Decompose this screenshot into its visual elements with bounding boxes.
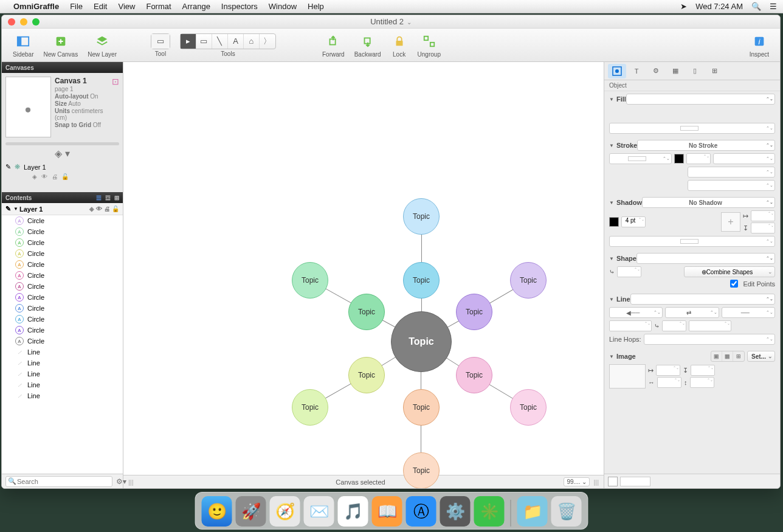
line-end-size[interactable] [689, 320, 731, 331]
shadow-blur-input[interactable]: 4 pt [621, 216, 646, 227]
dock-trash[interactable]: 🗑️ [551, 496, 582, 527]
shadow-opacity-select[interactable] [609, 236, 775, 247]
new-layer-button[interactable]: New Layer [88, 33, 117, 58]
content-item[interactable]: ACircle [2, 281, 123, 292]
layer-row[interactable]: ✎ ❋ Layer 1 [2, 161, 123, 173]
style-swatch[interactable] [608, 477, 618, 486]
stroke-corner-select[interactable] [688, 167, 776, 178]
topic-node[interactable]: Topic [403, 198, 440, 235]
stroke-dash-select[interactable] [713, 153, 776, 164]
line-hops-select[interactable] [644, 334, 775, 345]
topic-node[interactable]: Topic [403, 262, 440, 299]
content-item[interactable]: ACircle [2, 325, 123, 336]
dock-finder[interactable]: 🙂 [202, 496, 232, 527]
line-type-select[interactable] [630, 294, 775, 305]
image-y[interactable] [691, 365, 715, 376]
shadow-type-select[interactable]: No Shadow [642, 197, 775, 208]
menu-inspectors[interactable]: Inspectors [221, 2, 258, 11]
image-set-button[interactable]: Set... [747, 351, 775, 362]
stroke-cap-select[interactable] [688, 180, 776, 191]
search-input[interactable] [5, 476, 112, 487]
crop-icon[interactable]: ⊡ [112, 77, 119, 137]
window-title[interactable]: Untitled 2 ⌄ [2, 17, 780, 26]
stencils-tab[interactable]: ⊞ [705, 64, 723, 78]
fill-color-select[interactable] [609, 123, 775, 134]
canvas-tab[interactable]: ▦ [666, 64, 685, 78]
dock-itunes[interactable]: 🎵 [338, 496, 368, 527]
line-end-select[interactable]: ── [722, 307, 775, 318]
backward-button[interactable]: Backward [354, 33, 381, 58]
content-item[interactable]: ACircle [2, 270, 123, 281]
content-item[interactable]: ACircle [2, 259, 123, 270]
content-item[interactable]: ACircle [2, 314, 123, 325]
edit-points-checkbox[interactable] [730, 280, 738, 288]
cursor-icon[interactable]: ➤ [680, 2, 687, 11]
topic-node[interactable]: Topic [348, 357, 385, 393]
shadow-x-input[interactable] [751, 210, 775, 221]
menu-arrange[interactable]: Arrange [182, 2, 210, 11]
image-x[interactable] [656, 365, 680, 376]
stroke-color-select[interactable] [609, 153, 672, 164]
stroke-type-select[interactable]: No Stroke [637, 140, 775, 151]
line-start-select[interactable]: ◀── [609, 307, 663, 318]
content-item[interactable]: ⟋Line [2, 368, 123, 379]
menu-edit[interactable]: Edit [94, 2, 107, 11]
image-h[interactable] [690, 377, 714, 388]
center-node[interactable]: Topic [391, 311, 452, 372]
topic-node[interactable]: Topic [510, 389, 547, 426]
content-item[interactable]: ACircle [2, 292, 123, 303]
contents-layer-header[interactable]: ✎ ▼ Layer 1 ◈👁🖨🔓 [2, 203, 123, 215]
fill-type-select[interactable] [626, 94, 775, 105]
canvas-scrollbar[interactable] [5, 142, 119, 145]
content-item[interactable]: ⟋Line [2, 347, 123, 358]
stroke-width-input[interactable] [686, 153, 711, 164]
text-tab[interactable]: T [627, 64, 646, 78]
line-start-size[interactable] [609, 320, 652, 331]
lock-button[interactable]: Lock [391, 33, 408, 58]
line-corner-input[interactable] [662, 320, 686, 331]
dock-launchpad[interactable]: 🚀 [236, 496, 266, 527]
ungroup-button[interactable]: Ungroup [418, 33, 441, 58]
tools-group[interactable]: ▸ ▭ ╲ A ⌂ 〉 Tools [180, 33, 276, 57]
line-mid-select[interactable]: ⇄ [665, 307, 719, 318]
properties-tab[interactable]: ⚙ [647, 64, 665, 78]
canvas-card[interactable]: Canvas 1 page 1 Auto-layout On Size Auto… [2, 73, 123, 141]
menu-app[interactable]: OmniGraffle [13, 2, 59, 11]
shape-select[interactable] [636, 253, 775, 264]
content-item[interactable]: ACircle [2, 215, 123, 226]
content-item[interactable]: ACircle [2, 248, 123, 259]
topic-node[interactable]: Topic [403, 389, 440, 426]
shadow-y-input[interactable] [751, 223, 775, 233]
tool-selector[interactable]: ▭ Tool [151, 33, 170, 57]
topic-node[interactable]: Topic [510, 262, 547, 299]
topic-node[interactable]: Topic [456, 294, 492, 330]
inspect-toggle[interactable]: i Inspect [750, 33, 769, 58]
menu-format[interactable]: Format [146, 2, 171, 11]
dock-settings[interactable]: ⚙️ [440, 496, 471, 527]
dock-mail[interactable]: ✉️ [304, 496, 334, 527]
dock-omnigraffle[interactable]: ✳️ [474, 496, 505, 527]
sidebar-toggle[interactable]: Sidebar [13, 33, 33, 58]
menu-file[interactable]: File [70, 2, 83, 11]
image-sizing-segment[interactable]: ▣▦⊞ [711, 351, 745, 362]
dock-downloads[interactable]: 📁 [517, 496, 548, 527]
topic-node[interactable]: Topic [348, 294, 385, 330]
content-item[interactable]: ACircle [2, 226, 123, 237]
topic-node[interactable]: Topic [292, 262, 328, 299]
image-w[interactable] [657, 377, 681, 388]
new-canvas-button[interactable]: New Canvas [43, 33, 78, 58]
menu-window[interactable]: Window [269, 2, 297, 11]
dock-appstore[interactable]: Ⓐ [406, 496, 436, 527]
menu-view[interactable]: View [118, 2, 135, 11]
dock-safari[interactable]: 🧭 [270, 496, 300, 527]
canvas[interactable]: TopicTopicTopicTopicTopicTopicTopicTopic… [123, 62, 604, 475]
shadow-offset[interactable]: + [721, 212, 740, 232]
content-item[interactable]: ACircle [2, 336, 123, 347]
outline-view-icon[interactable]: ☲ [105, 195, 111, 201]
document-tab[interactable]: ▯ [686, 64, 704, 78]
spotlight-icon[interactable]: 🔍 [751, 2, 761, 11]
list-view-icon[interactable]: ☰ [96, 195, 102, 201]
grid-view-icon[interactable]: ⊞ [114, 195, 119, 201]
shadow-color[interactable] [609, 217, 619, 227]
forward-button[interactable]: Forward [322, 33, 345, 58]
